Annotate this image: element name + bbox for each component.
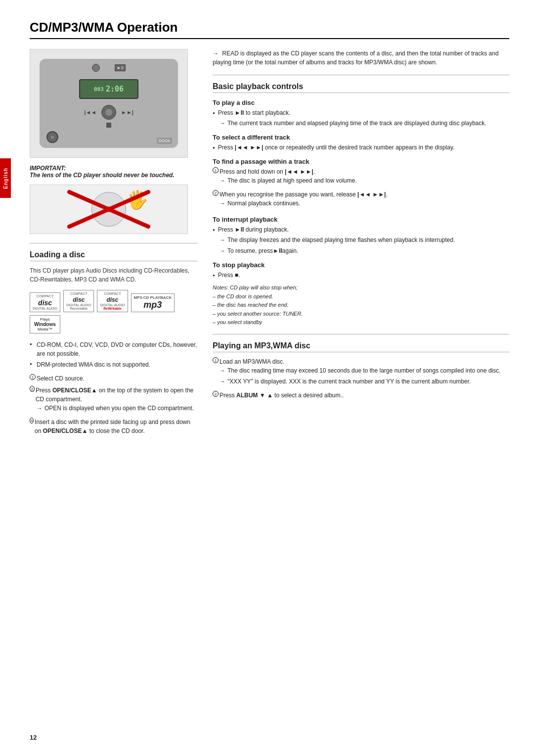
step3-num: 3 [30,418,34,424]
left-column: ►II 003 2:06 |◄◄ ►►| [30,49,198,438]
stop-step1: ● Press ■. [213,271,509,280]
loading-bullet-1: CD-ROM, CD-I, CDV, VCD, DVD or computer … [30,340,198,358]
loading-step-1: 1 Select CD source. [30,374,198,383]
mp3-logo: MP3-CD PLAYBACK mp3 [131,293,175,312]
notes-item1: – the CD door is opened. [213,292,509,301]
right-column: → READ is displayed as the CD player sca… [213,49,509,438]
step1-num: 1 [30,374,36,380]
step2-num: 2 [30,386,35,392]
notes-item3: – you select another source: TUNER. [213,310,509,319]
x-image: 🖐 [30,185,188,234]
read-note: → READ is displayed as the CD player sca… [213,49,509,67]
find-step1: 1 Press and hold down on |◄◄ ►►|. The di… [213,167,509,187]
interrupt-step1: ● Press ►II during playback. [213,225,509,234]
find-passage-title: To find a passage within a track [213,158,509,165]
loading-disc-description: This CD player plays Audio Discs includi… [30,266,198,284]
mp3-section-title: Playing an MP3,WMA disc [213,341,509,352]
device-screen: 003 2:06 [79,79,138,99]
select-step1: ● Press |◄◄ ►►| once or repeatedly until… [213,143,509,152]
play-step1: ● Press ►II to start playback. [213,108,509,117]
interrupt-arrow1: The display freezes and the elapsed play… [213,236,509,244]
loading-bullet-2: DRM-protected WMA disc is not supported. [30,360,198,369]
mp3-step2-text: Press ALBUM ▼ ▲ to select a desired albu… [220,391,344,400]
dock-label: DOCK [157,138,172,144]
device-image: ►II 003 2:06 |◄◄ ►►| [30,49,188,158]
disc-logos: COMPACT disc DIGITAL AUDIO COMPACT disc … [30,290,198,333]
mp3-arrow1: The disc reading time may exceed 10 seco… [213,366,500,375]
to-play-title: To play a disc [213,99,509,106]
loading-bullets: CD-ROM, CD-I, CDV, VCD, DVD or computer … [30,340,198,369]
page-number: 12 [30,734,37,741]
notes-item4: – you select standby [213,318,509,327]
find-step2: 2 When you recognise the passage you wan… [213,190,509,210]
mp3-step1: 1 Load an MP3/WMA disc. The disc reading… [213,357,509,388]
loading-step-3: 3 Insert a disc with the printed side fa… [30,418,198,435]
find-step2-arrow: Normal playback continues. [213,199,300,208]
notes-title: Notes: CD play will also stop when; [213,284,509,292]
loading-step2-arrow: OPEN is displayed when you open the CD c… [30,404,194,413]
stop-title: To stop playback [213,261,509,269]
windows-logo: Plays Windows Media™ [30,315,60,333]
loading-step2-text: Press OPEN/CLOSE▲ on the top of the syst… [36,386,198,404]
page-title: CD/MP3/WMA Operation [30,20,509,39]
notes-section: Notes: CD play will also stop when; – th… [213,284,509,327]
interrupt-title: To interrupt playback [213,216,509,223]
important-note: IMPORTANT: The lens of the CD player sho… [30,165,198,179]
notes-item2: – the disc has reached the end. [213,301,509,310]
important-label: IMPORTANT: [30,165,198,172]
loading-step1-text: Select CD source. [37,374,85,383]
interrupt-arrow2: To resume, press ►II again. [213,246,509,255]
basic-playback-title: Basic playback controls [213,82,509,93]
find-step1-text: Press and hold down on |◄◄ ►►|. [220,167,315,176]
loading-step3-text: Insert a disc with the printed side faci… [35,418,198,435]
read-note-text: READ is displayed as the CD player scans… [213,50,498,66]
loading-disc-title: Loading a disc [30,250,198,261]
mp3-step2: 2 Press ALBUM ▼ ▲ to select a desired al… [213,391,509,400]
select-track-title: To select a different track [213,134,509,141]
play-arrow1: The current track number and elapsed pla… [213,119,509,128]
mp3-step1-text: Load an MP3/WMA disc. [220,357,284,366]
loading-step-2: 2 Press OPEN/CLOSE▲ on the top of the sy… [30,386,198,415]
mp3-arrow2: "XXX YY" is displayed. XXX is the curren… [213,377,471,386]
find-step1-arrow: The disc is played at high speed and low… [213,176,357,185]
find-step2-text: When you recognise the passage you want,… [220,190,388,199]
language-tab: English [0,158,11,198]
important-text: The lens of the CD player should never b… [30,172,198,179]
